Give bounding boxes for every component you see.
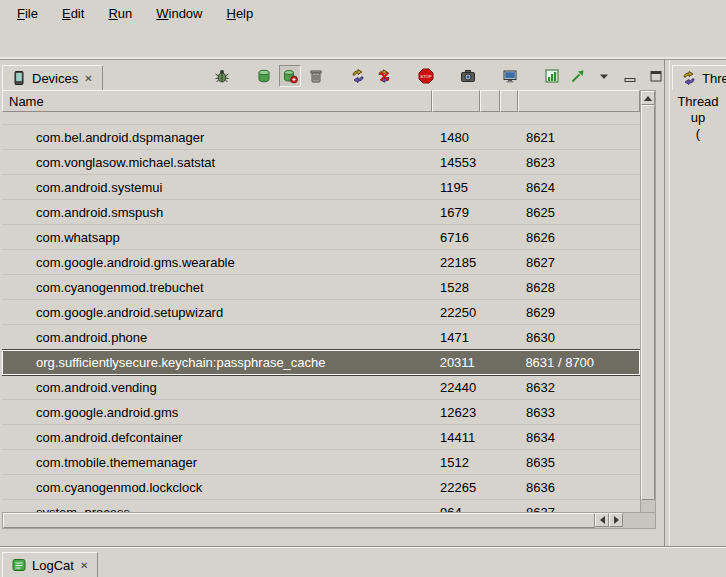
stop-process-button[interactable]: STOP xyxy=(415,65,437,87)
device-process-row[interactable]: com.google.android.gms 12623 8633 xyxy=(2,400,640,425)
view-menu-button[interactable] xyxy=(593,65,615,87)
threads-tab-row: Threads ✕ xyxy=(670,60,726,90)
column-header-pid[interactable] xyxy=(432,90,480,112)
system-info-button[interactable] xyxy=(541,65,563,87)
cause-gc-button[interactable] xyxy=(305,65,327,87)
device-process-row[interactable]: com.vonglasow.michael.satstat 14553 8623 xyxy=(2,150,640,175)
tab-devices[interactable]: Devices ✕ xyxy=(2,65,103,90)
column-header-port[interactable] xyxy=(518,90,640,112)
process-pid-cell: 22250 xyxy=(432,305,480,320)
stop-method-profiling-button[interactable] xyxy=(373,65,395,87)
scroll-left-button[interactable] xyxy=(595,513,609,527)
device-process-row[interactable]: com.cyanogenmod.trebuchet 1528 8628 xyxy=(2,275,640,300)
network-stats-button[interactable] xyxy=(567,65,589,87)
menu-file[interactable]: File xyxy=(6,3,49,24)
process-port-cell: 8623 xyxy=(518,155,640,170)
maximize-view-button[interactable] xyxy=(645,65,667,87)
debug-process-button[interactable] xyxy=(211,65,233,87)
screen-record-button[interactable] xyxy=(499,65,521,87)
scroll-right-button[interactable] xyxy=(609,513,623,527)
process-pid-cell: 22440 xyxy=(432,380,480,395)
process-name-cell: com.tmobile.thememanager xyxy=(2,455,432,470)
trash-icon xyxy=(308,68,324,84)
arrow-right-icon xyxy=(614,516,623,524)
device-process-row[interactable]: com.google.android.gms.wearable 22185 86… xyxy=(2,250,640,275)
screen-capture-button[interactable] xyxy=(457,65,479,87)
device-process-row[interactable]: com.whatsapp 6716 8626 xyxy=(2,225,640,250)
device-process-row[interactable]: com.tmobile.thememanager 1512 8635 xyxy=(2,450,640,475)
tab-devices-label: Devices xyxy=(32,71,78,86)
device-table-body: com.bel.android.dspmanager 1480 8621 com… xyxy=(2,112,640,529)
minimize-view-button[interactable] xyxy=(619,65,641,87)
svg-text:STOP: STOP xyxy=(420,74,432,79)
chart-bars-icon xyxy=(544,68,560,84)
process-port-cell: 8631 / 8700 xyxy=(517,355,639,370)
update-heap-button[interactable] xyxy=(253,65,275,87)
menu-run[interactable]: Run xyxy=(97,3,143,24)
bug-icon xyxy=(214,68,230,84)
threads-icon xyxy=(681,70,697,86)
update-threads-button[interactable] xyxy=(347,65,369,87)
maximize-icon xyxy=(648,68,664,84)
device-process-row[interactable]: com.android.systemui 1195 8624 xyxy=(2,175,640,200)
tab-threads[interactable]: Threads ✕ xyxy=(672,65,726,90)
partial-row xyxy=(2,112,640,125)
process-pid-cell: 12623 xyxy=(432,405,480,420)
camera-icon xyxy=(460,68,476,84)
stop-sign-icon: STOP xyxy=(418,68,434,84)
dump-hprof-button[interactable] xyxy=(279,65,301,87)
tab-logcat[interactable]: LogCat ✕ xyxy=(2,552,98,577)
menu-edit[interactable]: Edit xyxy=(51,3,95,24)
threads-message: Thread up ( xyxy=(670,90,726,142)
column-header-name[interactable]: Name xyxy=(2,90,432,112)
process-name-cell: com.vonglasow.michael.satstat xyxy=(2,155,432,170)
process-pid-cell: 22185 xyxy=(432,255,480,270)
tab-logcat-label: LogCat xyxy=(32,558,74,573)
device-process-row[interactable]: com.android.defcontainer 14411 8634 xyxy=(2,425,640,450)
process-pid-cell: 1480 xyxy=(432,130,480,145)
minimize-icon xyxy=(622,68,638,84)
device-process-row[interactable]: com.android.vending 22440 8632 xyxy=(2,375,640,400)
process-pid-cell: 1195 xyxy=(432,180,480,195)
device-process-row[interactable]: com.android.smspush 1679 8625 xyxy=(2,200,640,225)
process-port-cell: 8626 xyxy=(518,230,640,245)
process-port-cell: 8632 xyxy=(518,380,640,395)
vertical-scrollbar[interactable] xyxy=(640,90,656,529)
device-process-row[interactable]: com.android.phone 1471 8630 xyxy=(2,325,640,350)
threads-message-line2: ( xyxy=(670,126,726,142)
device-process-row[interactable]: org.sufficientlysecure.keychain:passphra… xyxy=(2,350,640,375)
process-pid-cell: 6716 xyxy=(432,230,480,245)
arrow-up-icon xyxy=(644,92,652,101)
threads-view: Threads ✕ Thread up ( xyxy=(670,60,726,546)
column-header-empty[interactable] xyxy=(500,90,518,112)
scroll-up-button[interactable] xyxy=(641,91,655,105)
process-pid-cell: 14553 xyxy=(432,155,480,170)
process-pid-cell: 1528 xyxy=(432,280,480,295)
device-process-row[interactable]: com.bel.android.dspmanager 1480 8621 xyxy=(2,125,640,150)
process-name-cell: com.google.android.gms.wearable xyxy=(2,255,432,270)
process-name-cell: com.android.systemui xyxy=(2,180,432,195)
close-icon[interactable]: ✕ xyxy=(83,73,93,84)
horizontal-scrollbar[interactable] xyxy=(2,512,656,529)
main-area: Devices ✕ xyxy=(0,60,726,546)
heap-cylinder-icon xyxy=(256,68,272,84)
process-port-cell: 8627 xyxy=(518,255,640,270)
close-icon[interactable]: ✕ xyxy=(79,560,89,571)
process-port-cell: 8635 xyxy=(518,455,640,470)
process-pid-cell: 14411 xyxy=(432,430,480,445)
profiling-stop-icon xyxy=(376,68,392,84)
device-process-row[interactable]: com.google.android.setupwizard 22250 862… xyxy=(2,300,640,325)
device-table-header: Name xyxy=(2,90,640,112)
vertical-scrollbar-thumb[interactable] xyxy=(641,105,655,500)
menu-window[interactable]: Window xyxy=(145,3,213,24)
menu-help[interactable]: Help xyxy=(215,3,264,24)
horizontal-scrollbar-thumb[interactable] xyxy=(3,513,595,528)
process-port-cell: 8636 xyxy=(518,480,640,495)
column-header-empty[interactable] xyxy=(480,90,500,112)
menu-bar: File Edit Run Window Help xyxy=(0,0,726,26)
chevron-down-icon xyxy=(596,68,612,84)
screen-record-icon xyxy=(502,68,518,84)
process-name-cell: com.android.smspush xyxy=(2,205,432,220)
arrow-left-icon xyxy=(596,516,605,524)
device-process-row[interactable]: com.cyanogenmod.lockclock 22265 8636 xyxy=(2,475,640,500)
